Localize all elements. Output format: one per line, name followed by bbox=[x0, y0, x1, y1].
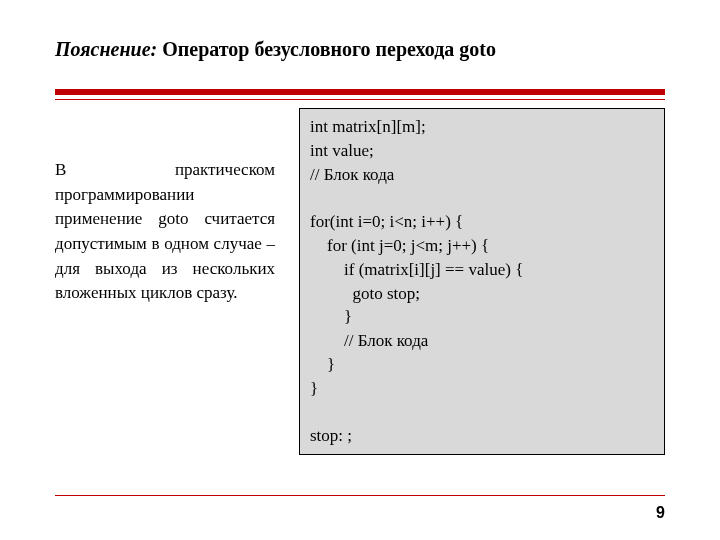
description-text: В практическом программировании применен… bbox=[55, 108, 275, 306]
red-divider-thick bbox=[55, 89, 665, 95]
title-prefix: Пояснение: bbox=[55, 38, 157, 60]
code-block: int matrix[n][m]; int value; // Блок код… bbox=[299, 108, 665, 455]
content-row: В практическом программировании применен… bbox=[55, 108, 665, 455]
title-main: Оператор безусловного перехода goto bbox=[162, 38, 496, 60]
slide-title: Пояснение: Оператор безусловного переход… bbox=[55, 38, 665, 61]
footer-divider bbox=[55, 495, 665, 496]
red-divider-thin bbox=[55, 99, 665, 100]
page-number: 9 bbox=[656, 504, 665, 522]
